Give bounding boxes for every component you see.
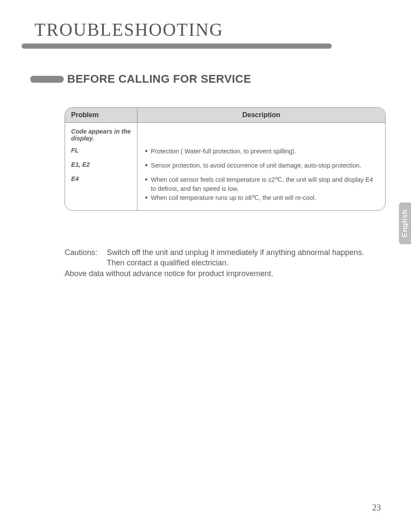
problem-cell: FL (65, 144, 137, 159)
table-row: FL Protection ( Water-full protection, t… (65, 144, 385, 159)
table-row: Code appears in the display. (65, 123, 385, 144)
col-header-problem: Problem (65, 108, 137, 123)
description-text: When coil temperature runs up to ≥8℃, th… (151, 193, 379, 202)
cautions-line-2: Then contact a qualified electrician. (107, 258, 383, 268)
description-text: When coil sensor feels coil temperature … (151, 175, 379, 193)
problem-cell: E1, E2 (65, 159, 137, 173)
improvement-notice: Above data without advance notice for pr… (65, 269, 383, 278)
section-heading: BEFORE CALLING FOR SERVICE (67, 72, 251, 86)
problem-cell-intro: Code appears in the display. (65, 123, 137, 144)
troubleshooting-table-wrap: Problem Description Code appears in the … (65, 107, 386, 211)
description-cell: Protection ( Water-full protection, to p… (137, 144, 385, 159)
section-pill-icon (30, 76, 64, 83)
table-header-row: Problem Description (65, 108, 385, 123)
bullet-line: Protection ( Water-full protection, to p… (143, 147, 379, 156)
bullet-icon (145, 196, 147, 199)
troubleshooting-table: Problem Description Code appears in the … (65, 107, 386, 211)
description-cell (137, 123, 385, 144)
cautions-block: Cautions: Switch off the unit and unplug… (65, 247, 383, 278)
table-row: E4 When coil sensor feels coil temperatu… (65, 173, 385, 210)
bullet-line: When coil temperature runs up to ≥8℃, th… (143, 193, 379, 202)
bullet-line: Sensor protection, to avoid occurrence o… (143, 161, 379, 170)
cautions-body: Switch off the unit and unplug it immedi… (107, 247, 383, 268)
page-title: TROUBLESHOOTING (34, 19, 389, 40)
description-text: Sensor protection, to avoid occurrence o… (151, 161, 379, 170)
manual-page: TROUBLESHOOTING BEFORE CALLING FOR SERVI… (0, 0, 411, 532)
language-side-tab: English (399, 202, 411, 244)
problem-cell: E4 (65, 173, 137, 210)
title-underline-bar (22, 44, 332, 49)
cautions-row: Cautions: Switch off the unit and unplug… (65, 247, 383, 268)
description-cell: When coil sensor feels coil temperature … (137, 173, 385, 210)
description-text: Protection ( Water-full protection, to p… (151, 147, 379, 156)
description-cell: Sensor protection, to avoid occurrence o… (137, 159, 385, 173)
bullet-icon (145, 150, 147, 152)
col-header-description: Description (137, 108, 385, 123)
bullet-line: When coil sensor feels coil temperature … (143, 175, 379, 193)
cautions-label: Cautions: (65, 247, 107, 268)
section-heading-row: BEFORE CALLING FOR SERVICE (30, 72, 389, 86)
bullet-icon (145, 178, 147, 180)
table-row: E1, E2 Sensor protection, to avoid occur… (65, 159, 385, 173)
page-number: 23 (372, 503, 381, 513)
bullet-icon (145, 164, 147, 166)
cautions-line-1: Switch off the unit and unplug it immedi… (107, 247, 383, 258)
